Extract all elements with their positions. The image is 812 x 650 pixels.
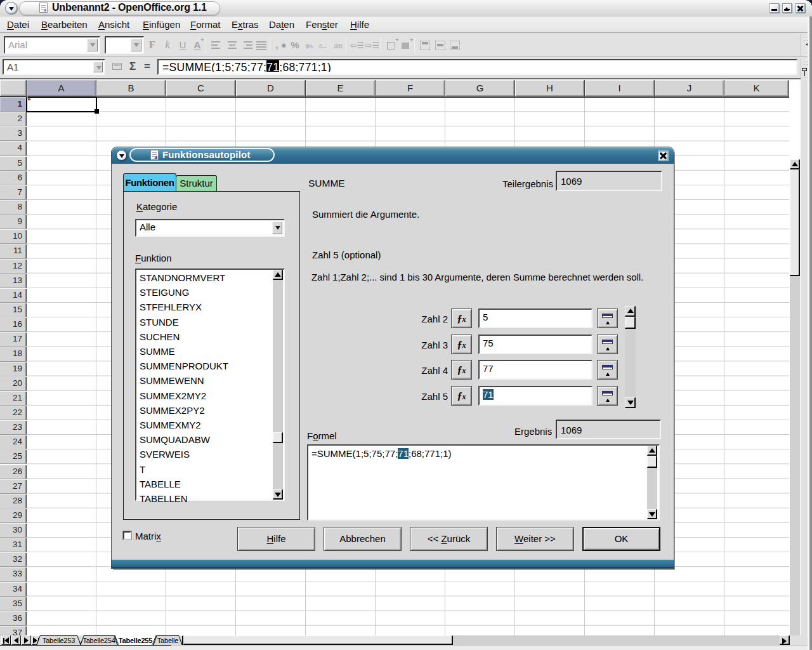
weiter-button[interactable]: Weiter >> [496,527,574,551]
row-header[interactable]: 30 [0,523,27,538]
menu-format[interactable]: Format [190,19,221,30]
close-button[interactable] [796,3,805,13]
abbrechen-button[interactable]: Abbrechen [324,527,402,551]
arg-input[interactable]: 5 [478,308,593,328]
function-list-item[interactable]: SUCHEN [140,331,180,342]
sheet-tab[interactable]: Tabelle255 [114,635,157,645]
formula-input-line[interactable]: =SUMME(1;5;75;77;71;68;771;1) [157,59,797,75]
scroll-right-button[interactable] [780,635,790,645]
row-header[interactable]: 31 [0,538,27,552]
shrink-button[interactable] [597,360,618,380]
args-scroll-up[interactable] [625,306,636,317]
row-header[interactable]: 37 [0,626,27,635]
sheet-tab[interactable]: Tabelle253 [36,635,81,645]
row-header[interactable]: 7 [0,185,27,200]
function-icon[interactable]: = [142,60,152,74]
row-header[interactable]: 13 [0,274,27,288]
row-header[interactable]: 17 [0,332,27,347]
function-list-item[interactable]: SUMME [140,346,175,357]
function-list-scrollbar-track[interactable] [273,270,283,500]
decrease-indent-icon[interactable]: ⇦☰ [350,37,365,53]
formula-box-scroll-up[interactable] [647,446,657,456]
sheet-tab[interactable]: Tabelle254 [80,635,118,645]
menu-daten[interactable]: Daten [269,19,294,30]
increase-indent-icon[interactable]: ⇨☰ [365,37,380,53]
justify-icon[interactable] [254,37,270,53]
function-list-item[interactable]: TABELLEN [140,493,188,504]
pin-icon[interactable] [802,67,808,76]
column-header[interactable]: F [376,80,445,96]
row-header[interactable]: 22 [0,406,27,420]
row-header[interactable]: 10 [0,229,27,244]
horizontal-scrollbar-thumb[interactable] [183,635,453,645]
row-header[interactable]: 12 [0,259,27,274]
column-header[interactable]: J [655,80,724,96]
shrink-button[interactable] [597,386,618,406]
column-header[interactable]: G [445,80,515,96]
function-list-scroll-down[interactable] [273,489,283,500]
function-list-scrollbar-thumb[interactable] [273,432,283,443]
align-top-icon[interactable] [418,37,433,53]
column-header[interactable]: K [724,80,789,96]
function-list-item[interactable]: STUNDE [140,317,179,328]
formula-bar-grip[interactable] [801,58,808,79]
percent-icon[interactable]: % [287,37,303,53]
row-header[interactable]: 5 [0,156,27,171]
function-list-item[interactable]: SUMMEWENN [140,375,204,386]
row-header[interactable]: 2 [0,112,27,126]
row-header[interactable]: 3 [0,126,27,141]
row-header[interactable]: 34 [0,582,27,597]
toolbar-grip[interactable] [801,34,808,56]
sheet-tab[interactable]: Tabelle [153,635,183,645]
function-list-item[interactable]: SVERWEIS [140,449,190,460]
align-vcenter-icon[interactable] [433,37,449,53]
remove-decimal-icon[interactable]: .0000↩ [330,37,345,53]
name-box[interactable]: A1 [3,59,105,75]
function-list-item[interactable]: SUMMEXMY2 [140,420,201,430]
hilfe-button[interactable]: Hilfe [237,527,315,551]
dialog-close-button[interactable] [658,151,668,161]
minimize-button[interactable] [769,3,779,13]
function-list-item[interactable]: SUMMEX2MY2 [140,390,206,401]
cell-cursor[interactable] [26,96,97,112]
row-header[interactable]: 33 [0,567,27,581]
row-header[interactable]: 32 [0,552,27,567]
menu-hilfe[interactable]: Hilfe [350,19,369,30]
dialog-titlebar[interactable]: Funktionsautopilot [112,147,674,164]
size-combo-dropdown-icon[interactable] [131,39,141,51]
arg-input[interactable]: 77 [478,360,593,380]
row-header[interactable]: 19 [0,362,27,376]
function-list-item[interactable]: SUMMEX2PY2 [140,405,205,416]
column-header[interactable]: C [166,80,236,96]
align-right-icon[interactable] [239,37,254,53]
fx-button[interactable]: ƒx [451,360,472,380]
column-header[interactable]: H [515,80,585,96]
row-header[interactable]: 25 [0,449,27,464]
args-scroll-down[interactable] [625,397,636,408]
sum-icon[interactable]: Σ [127,60,138,74]
formula-box-scrollbar-thumb[interactable] [647,456,657,468]
arg-input[interactable]: 75 [478,335,593,354]
column-header[interactable]: I [585,80,655,96]
row-header[interactable]: 14 [0,288,27,303]
font-color-icon[interactable]: A [190,37,205,53]
row-header[interactable]: 15 [0,303,27,317]
underline-icon[interactable]: U [175,37,190,53]
ok-button[interactable]: OK [582,527,660,551]
args-scrollbar-thumb[interactable] [625,317,636,329]
window-menu-button[interactable] [5,2,17,14]
kategorie-combo[interactable]: Alle [135,219,285,237]
row-header[interactable]: 8 [0,200,27,215]
tab-funktionen[interactable]: Funktionen [123,173,176,192]
font-size-combo[interactable] [105,36,144,54]
sheet-next-button[interactable] [22,635,31,645]
column-header[interactable]: A [27,80,96,96]
row-header[interactable]: 29 [0,508,27,523]
menu-extras[interactable]: Extras [232,19,259,30]
function-autopilot-icon[interactable] [112,63,122,70]
horizontal-scrollbar-track[interactable] [453,635,780,645]
fx-button[interactable]: ƒx [451,308,472,328]
align-bottom-icon[interactable] [448,37,463,53]
menu-bearbeiten[interactable]: Bearbeiten [41,19,88,30]
column-header[interactable]: D [236,80,306,96]
